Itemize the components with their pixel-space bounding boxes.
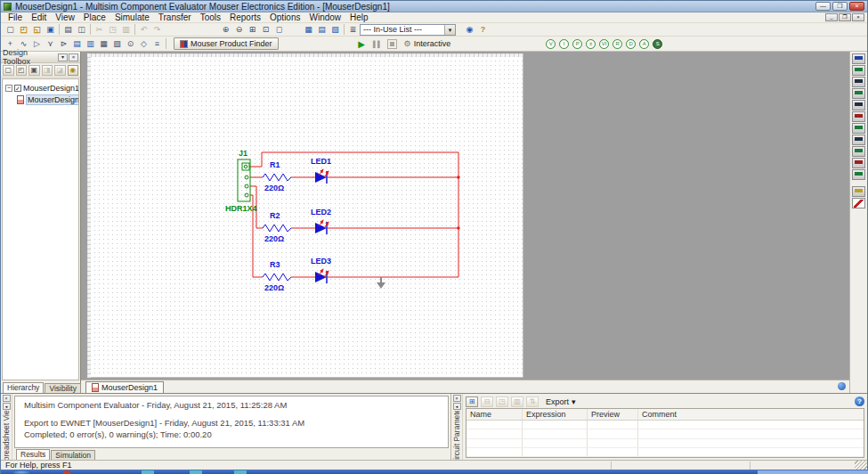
tree-root-row[interactable]: − ✓ MouserDesign1 <box>3 82 78 94</box>
undo-icon[interactable]: ↶ <box>137 24 150 36</box>
logic-analyzer-icon[interactable] <box>852 158 865 168</box>
copy-parameter-icon[interactable]: ◳ <box>496 396 508 407</box>
add-parameter-icon[interactable]: ⊞ <box>466 396 478 407</box>
design-toolbox-toggle-icon[interactable]: ▦ <box>302 24 315 36</box>
menu-place[interactable]: Place <box>79 12 110 23</box>
pause-simulation-icon[interactable]: ▌▌ <box>371 38 385 50</box>
close-design-icon[interactable]: ◨ <box>42 65 53 76</box>
close-button[interactable]: × <box>849 2 864 11</box>
wattmeter-icon[interactable] <box>852 77 865 87</box>
collapse-icon[interactable]: − <box>5 85 12 92</box>
cut-icon[interactable]: ✂ <box>93 24 106 36</box>
resistor-r1[interactable]: R1 220Ω <box>263 160 291 192</box>
place-misc-icon[interactable]: ◇ <box>137 38 150 50</box>
mouser-product-finder-button[interactable]: Mouser Product Finder <box>174 37 279 50</box>
voltage-reference-probe-icon[interactable]: R <box>612 39 622 49</box>
copy-icon[interactable]: ◳ <box>106 24 119 36</box>
mdi-restore-button[interactable]: ❐ <box>839 13 851 21</box>
tab-results[interactable]: Results <box>16 449 50 460</box>
tab-hierarchy[interactable]: Hierarchy <box>3 382 44 393</box>
oscilloscope-icon[interactable] <box>852 88 865 99</box>
menu-tools[interactable]: Tools <box>196 12 225 23</box>
panel-close-icon[interactable]: × <box>453 395 461 402</box>
mdi-minimize-button[interactable]: _ <box>825 13 838 21</box>
spice-netlist-viewer-icon[interactable]: ▧ <box>329 24 342 36</box>
column-expression[interactable]: Expression <box>523 409 588 420</box>
menu-help[interactable]: Help <box>345 12 373 23</box>
redo-icon[interactable]: ↷ <box>150 24 164 36</box>
power-probe-icon[interactable]: P <box>572 39 582 49</box>
web-icon[interactable]: ◉ <box>463 24 476 36</box>
bode-plotter-icon[interactable] <box>852 111 865 122</box>
menu-simulate[interactable]: Simulate <box>110 12 154 23</box>
column-name[interactable]: Name <box>466 409 523 420</box>
place-connector-icon[interactable]: ≡ <box>150 38 164 50</box>
taskbar-item[interactable] <box>63 470 70 474</box>
restore-button[interactable]: ❐ <box>832 2 848 11</box>
tab-simulation[interactable]: Simulation <box>51 450 95 460</box>
panel-close-icon[interactable]: × <box>69 53 78 61</box>
stop-simulation-icon[interactable] <box>387 39 397 49</box>
table-row[interactable] <box>466 429 864 438</box>
delete-parameter-icon[interactable]: ⊟ <box>481 396 493 407</box>
probe-settings-icon[interactable]: S <box>653 39 662 49</box>
taskbar-tray[interactable] <box>758 470 868 474</box>
help-icon[interactable]: ? <box>855 396 864 406</box>
help-icon[interactable]: ? <box>476 24 490 36</box>
paste-icon[interactable]: ▥ <box>119 24 133 36</box>
table-row[interactable] <box>466 439 864 448</box>
place-analog-icon[interactable]: ⊳ <box>57 38 70 50</box>
in-use-list-dropdown[interactable]: --- In-Use List --- ▾ <box>360 24 456 36</box>
place-cmos-icon[interactable]: ▥ <box>84 38 97 50</box>
wires[interactable] <box>249 152 458 283</box>
new-icon[interactable]: ▢ <box>4 24 17 36</box>
digital-probe-icon[interactable]: D <box>626 39 636 49</box>
iv-analyzer-icon[interactable] <box>852 169 865 180</box>
ladder-diagram-icon[interactable]: ≣ <box>346 24 360 36</box>
place-mixed-icon[interactable]: ▧ <box>110 38 124 50</box>
table-row[interactable] <box>466 421 864 429</box>
column-comment[interactable]: Comment <box>638 409 864 420</box>
tab-visibility[interactable]: Visibility <box>45 383 81 393</box>
interactive-analysis-button[interactable]: ⚙ Interactive <box>400 39 456 48</box>
open-design-icon[interactable]: ◰ <box>16 65 28 76</box>
zoom-fit-icon[interactable]: ⊡ <box>259 24 272 36</box>
resize-grip[interactable] <box>855 461 867 470</box>
save-icon[interactable]: ▣ <box>44 24 57 36</box>
panel-pin-icon[interactable]: ▾ <box>58 53 68 61</box>
table-row[interactable] <box>466 448 864 457</box>
zoom-out-icon[interactable]: ⊖ <box>232 24 246 36</box>
open-icon[interactable]: ◰ <box>17 24 30 36</box>
voltage-probe-icon[interactable]: V <box>546 39 556 49</box>
design-checkbox[interactable]: ✓ <box>14 85 21 92</box>
new-design-icon[interactable]: ▢ <box>3 65 14 76</box>
labview-instrument-icon[interactable] <box>852 186 865 197</box>
place-ttl-icon[interactable]: ▤ <box>70 38 84 50</box>
connector-j1[interactable]: J1 HDR1X4 <box>225 149 257 213</box>
taskbar-item[interactable] <box>142 470 154 474</box>
taskbar-item[interactable] <box>234 470 247 474</box>
taskbar-item[interactable] <box>190 470 202 474</box>
four-channel-oscilloscope-icon[interactable] <box>852 100 865 110</box>
function-generator-icon[interactable] <box>852 65 865 76</box>
spreadsheet-view-toggle-icon[interactable]: ▤ <box>315 24 329 36</box>
voltage-current-probe-icon[interactable]: VI <box>599 39 609 49</box>
measurement-probe-icon[interactable] <box>852 198 865 208</box>
panel-close-icon[interactable]: × <box>3 395 11 402</box>
probe-all-icon[interactable]: A <box>639 39 649 49</box>
panel-pin-icon[interactable]: ◂ <box>3 403 11 410</box>
current-probe-icon[interactable]: I <box>559 39 569 49</box>
design-options-icon[interactable]: ◉ <box>68 65 79 76</box>
fullscreen-icon[interactable]: ◻ <box>272 24 286 36</box>
menu-transfer[interactable]: Transfer <box>154 12 196 23</box>
led-led2[interactable]: LED2 <box>311 208 331 234</box>
windows-taskbar[interactable] <box>1 470 867 474</box>
multimeter-icon[interactable] <box>852 53 865 64</box>
panel-pin-icon[interactable]: ◂ <box>453 403 461 410</box>
menu-options[interactable]: Options <box>265 12 304 23</box>
start-orb[interactable] <box>13 470 29 474</box>
chevron-down-icon[interactable]: ▾ <box>444 25 455 35</box>
minimize-button[interactable]: — <box>815 2 831 11</box>
zoom-area-icon[interactable]: ⊞ <box>246 24 259 36</box>
menu-edit[interactable]: Edit <box>27 12 51 23</box>
